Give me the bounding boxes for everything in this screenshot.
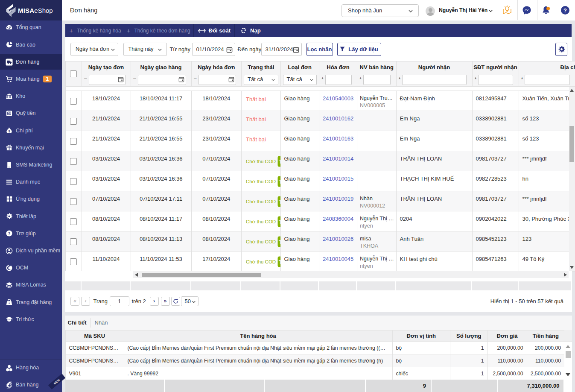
svg-text:T: T (279, 178, 280, 185)
svg-text:T: T (279, 158, 280, 165)
svg-text:T: T (279, 239, 280, 245)
svg-text:?: ? (8, 231, 11, 236)
svg-text:T: T (279, 199, 280, 205)
svg-text:T: T (279, 219, 280, 225)
svg-text:?: ? (563, 7, 567, 14)
svg-text:T: T (279, 259, 280, 265)
